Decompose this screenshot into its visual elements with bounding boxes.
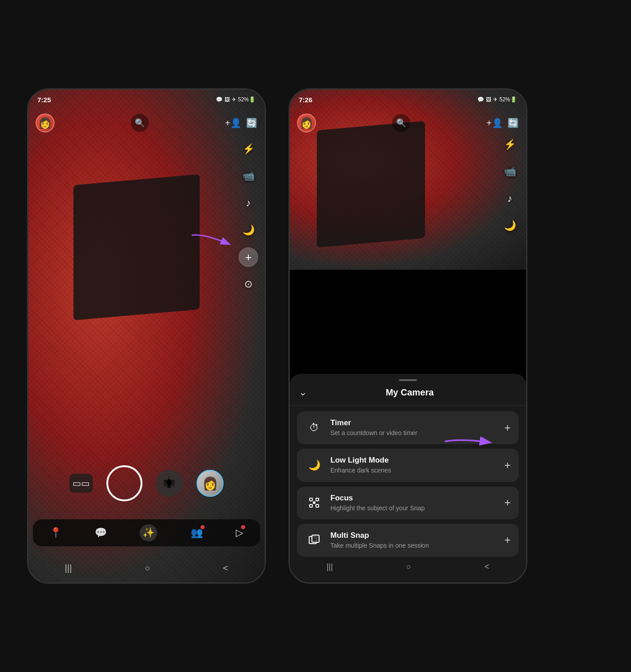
sys-menu-2[interactable]: ||| bbox=[326, 562, 333, 572]
scan-button-1[interactable]: ⊙ bbox=[238, 274, 258, 294]
friends-photo-button-1[interactable]: 👩 bbox=[197, 470, 224, 497]
low-light-title: Low Light Mode bbox=[330, 456, 497, 465]
multi-snap-add-button[interactable]: + bbox=[504, 534, 511, 546]
airplane-icon: ✈ bbox=[232, 96, 236, 103]
night-button-1[interactable]: 🌙 bbox=[238, 220, 258, 240]
spider-icon-1: 🕷 bbox=[164, 477, 175, 490]
shutter-button-1[interactable] bbox=[106, 465, 142, 501]
multi-snap-text: Multi Snap Take multiple Snaps in one se… bbox=[330, 531, 497, 549]
avatar-face-2: 👩 bbox=[300, 117, 313, 129]
avatar-face-1: 👩 bbox=[38, 117, 52, 129]
avatar-1[interactable]: 👩 bbox=[36, 114, 55, 132]
gallery-icon: 🖼 bbox=[224, 96, 230, 103]
dual-camera-button-2[interactable]: 📹 bbox=[500, 162, 520, 182]
night-button-2[interactable]: 🌙 bbox=[500, 216, 520, 236]
bottom-controls-1: ▭▭ 🕷 👩 bbox=[28, 465, 265, 501]
battery-icon-2: 52%🔋 bbox=[499, 96, 517, 103]
status-icons-1: 💬 🖼 ✈ 52%🔋 bbox=[216, 96, 256, 103]
bottom-sheet: ⌄ My Camera ⏱ Timer Set a countdown or bbox=[290, 374, 526, 582]
top-bar-1: 👩 🔍 +👤 🔄 bbox=[28, 109, 265, 136]
dual-camera-icon-1: 📹 bbox=[242, 170, 255, 182]
multi-snap-icon bbox=[305, 531, 323, 549]
music-button-1[interactable]: ♪ bbox=[238, 193, 258, 213]
flash-button-2[interactable]: ⚡ bbox=[500, 135, 520, 154]
ai-nav-1[interactable]: ✨ bbox=[140, 524, 157, 541]
lens-button-1[interactable]: 🕷 bbox=[156, 470, 183, 497]
night-icon-1: 🌙 bbox=[242, 224, 255, 236]
sys-home-2[interactable]: ○ bbox=[406, 562, 411, 572]
status-bar-2: 7:26 💬 🖼 ✈ 52%🔋 bbox=[290, 90, 526, 109]
purple-arrow-1 bbox=[188, 229, 233, 258]
battery-icon: 52%🔋 bbox=[238, 96, 256, 103]
search-icon-2: 🔍 bbox=[396, 118, 406, 128]
search-button-2[interactable]: 🔍 bbox=[392, 114, 410, 132]
bottom-nav-1: 📍 💬 ✨ 👥 ▷ bbox=[33, 519, 260, 546]
sys-menu-1[interactable]: ||| bbox=[65, 563, 72, 573]
sys-back-2[interactable]: < bbox=[485, 562, 489, 572]
flash-icon-2: ⚡ bbox=[504, 139, 516, 150]
focus-text: Focus Highlight the subject of your Snap bbox=[330, 494, 497, 512]
more-options-button-1[interactable]: + bbox=[238, 247, 258, 267]
svg-rect-2 bbox=[310, 498, 312, 501]
low-light-add-button[interactable]: + bbox=[504, 459, 511, 472]
send-nav-1[interactable]: ▷ bbox=[236, 527, 243, 539]
top-bar-2: 👩 🔍 +👤 🔄 bbox=[290, 109, 526, 136]
focus-add-button[interactable]: + bbox=[504, 496, 511, 509]
night-icon-2: 🌙 bbox=[504, 220, 516, 232]
top-right-icons-1: +👤 🔄 bbox=[225, 118, 257, 128]
purple-arrow-2 bbox=[440, 428, 494, 457]
whatsapp-icon: 💬 bbox=[216, 96, 223, 103]
add-friend-button-2[interactable]: +👤 bbox=[486, 118, 503, 128]
map-nav-1[interactable]: 📍 bbox=[50, 527, 62, 539]
sys-nav-1: ||| ○ < bbox=[28, 563, 265, 573]
low-light-text: Low Light Mode Enhance dark scenes bbox=[330, 456, 497, 474]
avatar-2[interactable]: 👩 bbox=[297, 114, 316, 132]
memories-icon-1: ▭▭ bbox=[73, 478, 90, 489]
timer-icon: ⏱ bbox=[305, 419, 323, 437]
sheet-header: ⌄ My Camera bbox=[290, 385, 526, 406]
right-sidebar-1: ⚡ 📹 ♪ 🌙 + ⊙ bbox=[238, 139, 258, 294]
sys-nav-2: ||| ○ < bbox=[290, 556, 526, 576]
sys-back-1[interactable]: < bbox=[223, 563, 229, 573]
friends-photo-icon-1: 👩 bbox=[202, 476, 218, 491]
music-button-2[interactable]: ♪ bbox=[500, 189, 520, 209]
sheet-chevron[interactable]: ⌄ bbox=[299, 386, 307, 398]
music-icon-1: ♪ bbox=[246, 197, 251, 209]
low-light-desc: Enhance dark scenes bbox=[330, 466, 497, 474]
focus-option[interactable]: Focus Highlight the subject of your Snap… bbox=[297, 486, 519, 519]
focus-icon bbox=[305, 494, 323, 512]
top-right-icons-2: +👤 🔄 bbox=[486, 118, 519, 128]
chat-nav-1[interactable]: 💬 bbox=[95, 527, 107, 539]
music-icon-2: ♪ bbox=[508, 193, 512, 204]
whatsapp-icon-2: 💬 bbox=[477, 96, 484, 103]
focus-desc: Highlight the subject of your Snap bbox=[330, 504, 497, 512]
friends-badge-1 bbox=[201, 525, 205, 529]
focus-title: Focus bbox=[330, 494, 497, 503]
sheet-title: My Camera bbox=[312, 387, 507, 398]
memories-button-1[interactable]: ▭▭ bbox=[69, 474, 93, 493]
svg-point-6 bbox=[313, 501, 316, 504]
multi-snap-option[interactable]: Multi Snap Take multiple Snaps in one se… bbox=[297, 524, 519, 557]
sys-home-1[interactable]: ○ bbox=[145, 563, 150, 573]
send-badge-1 bbox=[241, 525, 245, 529]
timer-add-button[interactable]: + bbox=[504, 422, 511, 434]
svg-rect-5 bbox=[316, 504, 319, 507]
camera-background bbox=[28, 90, 265, 582]
friends-nav-1[interactable]: 👥 bbox=[191, 527, 203, 539]
svg-rect-3 bbox=[316, 498, 319, 501]
scan-icon-1: ⊙ bbox=[244, 278, 252, 290]
flash-button-1[interactable]: ⚡ bbox=[238, 139, 258, 159]
gallery-icon-2: 🖼 bbox=[486, 96, 491, 103]
flip-camera-button-1[interactable]: 🔄 bbox=[246, 118, 257, 128]
flip-camera-button-2[interactable]: 🔄 bbox=[508, 118, 519, 128]
dual-camera-icon-2: 📹 bbox=[504, 166, 516, 177]
search-button-1[interactable]: 🔍 bbox=[131, 114, 149, 132]
timer-title: Timer bbox=[330, 418, 497, 427]
dual-camera-button-1[interactable]: 📹 bbox=[238, 166, 258, 186]
sheet-handle[interactable] bbox=[399, 379, 417, 381]
add-friend-button-1[interactable]: +👤 bbox=[225, 118, 242, 128]
multi-snap-title: Multi Snap bbox=[330, 531, 497, 540]
right-sidebar-2: ⚡ 📹 ♪ 🌙 bbox=[500, 135, 520, 236]
search-icon-1: 🔍 bbox=[135, 118, 145, 128]
low-light-icon: 🌙 bbox=[305, 456, 323, 474]
